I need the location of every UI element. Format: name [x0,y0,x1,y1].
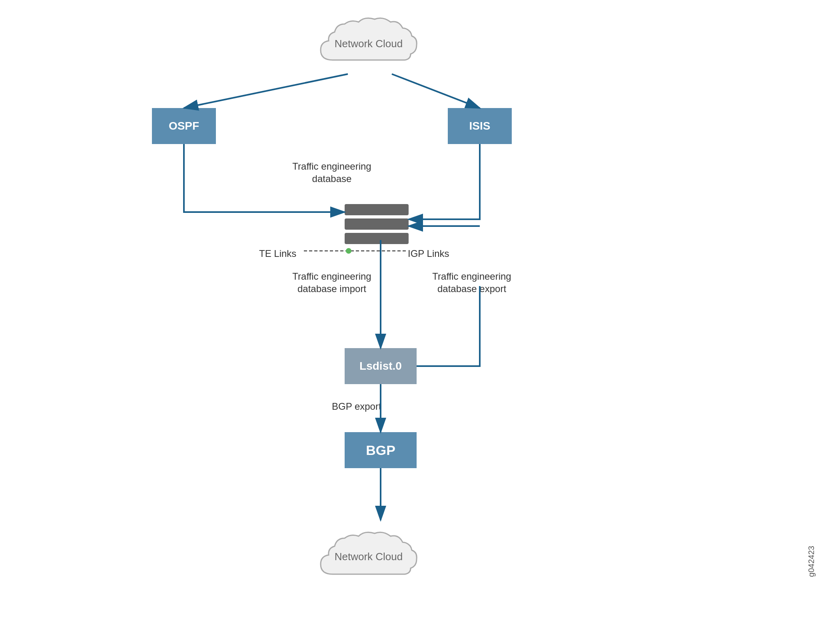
te-db-export-line2: database export [437,283,506,294]
svg-line-3 [184,74,348,108]
ospf-box: OSPF [152,108,216,144]
lsdist-box: Lsdist.0 [345,348,417,384]
te-db-import-line1: Traffic engineering [292,271,371,282]
isis-box: ISIS [448,108,512,144]
top-cloud: Network Cloud [313,12,425,76]
bottom-cloud: Network Cloud [313,520,425,590]
te-links-label: TE Links [259,247,296,260]
diagram-container: Network Cloud Network Cloud OSPF ISIS Tr… [0,0,840,625]
figure-id: g042423 [807,546,816,577]
te-db-line2: database [312,173,352,184]
db-bar-2 [345,218,409,230]
te-db-import-line2: database import [297,283,366,294]
igp-links-label: IGP Links [408,247,449,260]
bgp-export-label: BGP export [332,400,381,413]
svg-line-4 [392,74,480,108]
te-db-line1: Traffic engineering [292,161,371,172]
ospf-label: OSPF [169,120,199,132]
te-db-export-line1: Traffic engineering [432,271,511,282]
isis-label: ISIS [469,120,491,132]
lsdist-label: Lsdist.0 [359,360,402,373]
db-bar-1 [345,204,409,215]
svg-text:Network Cloud: Network Cloud [335,38,403,50]
bgp-label: BGP [366,443,395,458]
te-db-label: Traffic engineering database [288,160,376,185]
db-bar-3 [345,233,409,244]
db-stack [345,204,409,244]
svg-point-6 [346,248,351,254]
te-db-import-label: Traffic engineering database import [288,270,376,295]
te-db-export-label: Traffic engineering database export [426,270,518,295]
svg-text:Network Cloud: Network Cloud [335,551,403,563]
bgp-box: BGP [345,432,417,468]
